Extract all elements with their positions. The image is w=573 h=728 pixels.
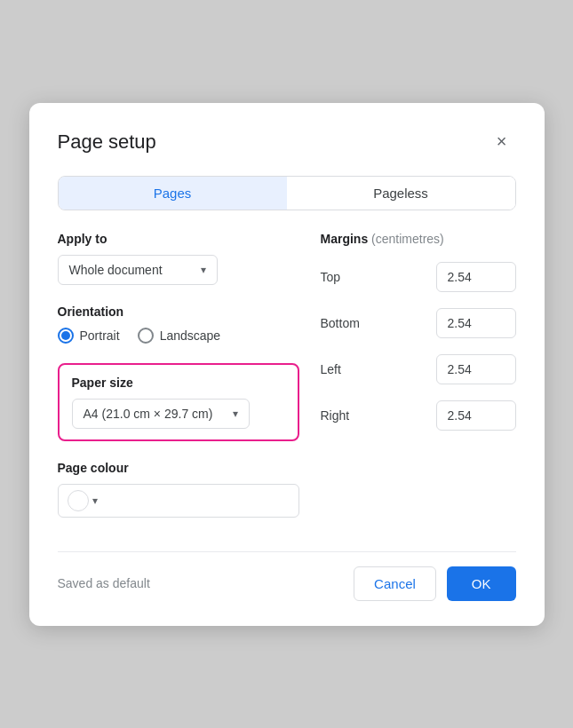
landscape-option[interactable]: Landscape — [138, 328, 221, 344]
colour-caret: ▾ — [92, 495, 98, 507]
portrait-radio[interactable] — [58, 328, 74, 344]
margins-unit: (centimetres) — [371, 232, 444, 246]
ok-button[interactable]: OK — [447, 566, 516, 601]
page-setup-dialog: Page setup × Pages Pageless Apply to Who… — [29, 103, 545, 626]
close-icon: × — [497, 131, 507, 152]
landscape-radio[interactable] — [138, 328, 154, 344]
margins-title: Margins (centimetres) — [321, 232, 516, 246]
saved-as-default-text: Saved as default — [58, 576, 150, 590]
right-margin-label: Right — [321, 408, 374, 423]
paper-size-dropdown[interactable]: A4 (21.0 cm × 29.7 cm) ▾ — [72, 399, 250, 429]
bottom-margin-input[interactable] — [436, 308, 516, 338]
orientation-section: Orientation Portrait Landscape — [58, 305, 299, 344]
right-margin-input[interactable] — [436, 400, 516, 431]
orientation-options: Portrait Landscape — [58, 328, 299, 344]
tab-pageless[interactable]: Pageless — [287, 177, 515, 210]
paper-size-label: Paper size — [72, 376, 285, 390]
portrait-option[interactable]: Portrait — [58, 328, 120, 344]
paper-size-caret: ▾ — [233, 408, 238, 420]
left-section: Apply to Whole document ▾ Orientation Po… — [58, 232, 321, 526]
dialog-footer: Saved as default Cancel OK — [58, 551, 516, 601]
orientation-label: Orientation — [58, 305, 299, 319]
page-colour-label: Page colour — [58, 461, 299, 475]
right-section: Margins (centimetres) Top Bottom Left Ri… — [321, 232, 516, 526]
apply-to-caret: ▾ — [201, 264, 206, 276]
apply-to-dropdown[interactable]: Whole document ▾ — [58, 255, 218, 285]
left-margin-input[interactable] — [436, 354, 516, 384]
apply-to-value: Whole document — [69, 263, 163, 277]
margin-row-top: Top — [321, 262, 516, 292]
left-margin-label: Left — [321, 362, 374, 376]
top-margin-input[interactable] — [436, 262, 516, 292]
colour-swatch — [68, 490, 89, 511]
margin-row-right: Right — [321, 400, 516, 431]
tab-pages[interactable]: Pages — [59, 177, 287, 210]
dialog-title: Page setup — [58, 131, 156, 154]
page-colour-section: Page colour ▾ — [58, 461, 299, 518]
top-margin-label: Top — [321, 270, 374, 284]
portrait-label: Portrait — [80, 328, 120, 343]
dialog-header: Page setup × — [58, 128, 516, 156]
landscape-label: Landscape — [160, 328, 221, 343]
cancel-button[interactable]: Cancel — [354, 566, 436, 601]
margins-label: Margins — [321, 232, 369, 246]
content-area: Apply to Whole document ▾ Orientation Po… — [58, 232, 516, 526]
footer-buttons: Cancel OK — [354, 566, 515, 601]
paper-size-section: Paper size A4 (21.0 cm × 29.7 cm) ▾ — [58, 363, 299, 441]
bottom-margin-label: Bottom — [321, 316, 374, 330]
paper-size-value: A4 (21.0 cm × 29.7 cm) — [84, 407, 213, 421]
margin-row-bottom: Bottom — [321, 308, 516, 338]
apply-to-label: Apply to — [58, 232, 299, 246]
tab-bar: Pages Pageless — [58, 176, 516, 210]
close-button[interactable]: × — [488, 128, 516, 156]
margin-row-left: Left — [321, 354, 516, 384]
page-colour-button[interactable]: ▾ — [58, 484, 299, 518]
